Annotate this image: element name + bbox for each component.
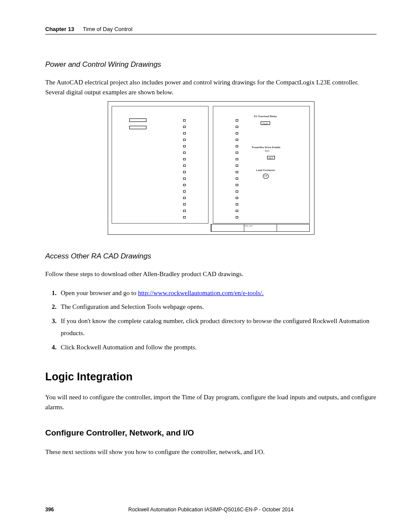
diagram-titleblock: RUN_XXX [211,224,310,232]
comp-not: NOT [267,156,275,159]
chapter-title: Time of Day Control [83,26,132,32]
page-header: Chapter 13 Time of Day Control [45,26,377,34]
heading-logic-integration: Logic Integration [45,370,377,383]
comp-cm: CM [263,174,269,179]
step-3: If you don't know the complete catalog n… [58,315,377,339]
diagram-container: K1 Overload Relay OL1A Powerflex Drive E… [45,101,377,235]
titleblock-cell-3 [277,224,309,231]
para-logic-integration: You will need to configure the controlle… [45,392,377,412]
subheading-power-control: Power and Control Wiring Drawings [45,60,377,69]
comp-ol1a: OL1A [261,121,270,125]
label-pf-enable: Powerflex Drive Enable [252,146,280,149]
publication-info: Rockwell Automation Publication IASIMP-Q… [128,507,293,513]
step-1: Open your browser and go to http://www.r… [58,287,377,299]
steps-list: Open your browser and go to http://www.r… [58,287,377,354]
diagram-panel-right: K1 Overload Relay OL1A Powerflex Drive E… [213,106,310,224]
step-2: The Configuration and Selection Tools we… [58,301,377,313]
para-configure-controller: These next sections will show you how to… [45,447,377,457]
step-4: Click Rockwell Automation and follow the… [58,341,377,354]
titleblock-cell-1 [211,224,244,231]
etools-link[interactable]: http://www.rockwellautomation.com/en/e-t… [138,289,264,296]
wiring-diagram: K1 Overload Relay OL1A Powerflex Drive E… [108,101,314,235]
para-access-cad: Follow these steps to download other All… [45,269,377,279]
para-power-control: The AutoCAD electrical project also incl… [45,78,377,97]
diagram-panel-left [112,106,209,224]
label-contactor: Load Contactor [256,169,275,171]
titleblock-cell-2: RUN_XXX [244,224,277,231]
page-footer: 396 Rockwell Automation Publication IASI… [45,507,377,513]
label-overload-relay: K1 Overload Relay [254,115,277,118]
step-1-pre: Open your browser and go to [61,289,138,296]
chapter-label: Chapter 13 [45,26,74,32]
subheading-access-cad: Access Other RA CAD Drawings [45,252,377,261]
heading-configure-controller: Configure Controller, Network, and I/O [45,428,377,438]
label-d21: D21 [265,149,270,152]
page-number: 396 [45,507,54,513]
